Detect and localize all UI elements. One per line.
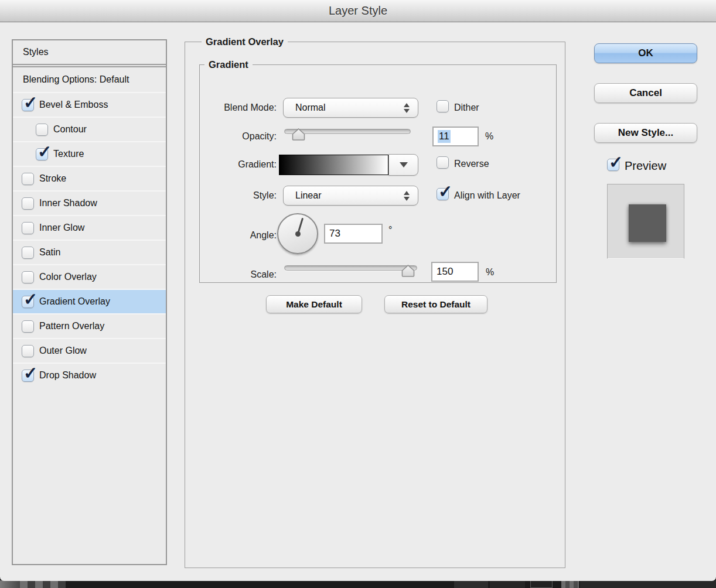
title-bar[interactable]: Layer Style [0,0,716,22]
sidebar-item-label: Drop Shadow [39,370,96,381]
app-strip-segment [530,580,553,588]
drop-shadow-checkbox[interactable] [22,370,34,382]
gradient-swatch[interactable] [279,155,388,175]
sidebar-item-inner-shadow[interactable]: Inner Shadow [13,190,166,215]
align-with-layer-label: Align with Layer [454,190,520,201]
blend-mode-label: Blend Mode: [200,102,277,113]
contour-checkbox[interactable] [36,124,48,136]
app-strip-segment [0,580,20,588]
opacity-slider[interactable] [284,127,411,141]
app-strip-checkerboard [20,580,66,588]
stroke-checkbox[interactable] [22,173,34,185]
angle-input[interactable]: 73 [324,224,383,244]
dither-label: Dither [454,102,479,113]
sidebar-item-label: Texture [53,149,84,159]
gradient-overlay-panel: Gradient Overlay Gradient Blend Mode: No… [185,36,565,568]
opacity-value: 11 [438,130,451,143]
style-value: Linear [295,190,404,201]
scale-unit: % [486,267,494,278]
scale-label: Scale: [200,269,277,280]
new-style-button[interactable]: New Style... [594,123,697,143]
inner-glow-checkbox[interactable] [22,222,34,234]
sidebar-list: Blending Options: DefaultBevel & EmbossC… [13,67,166,387]
stepper-icon [404,191,410,201]
preview-layer-square [629,204,666,242]
sidebar-item-label: Outer Glow [39,346,87,356]
opacity-slider-thumb[interactable] [292,128,305,141]
scale-input[interactable]: 150 [431,262,479,282]
app-strip-checkerboard [561,580,579,588]
group-legend: Gradient [204,59,253,70]
sidebar-item-label: Stroke [39,173,66,184]
angle-label: Angle: [200,230,277,241]
sidebar-item-label: Inner Glow [39,223,84,233]
scale-slider[interactable] [284,264,417,278]
scale-slider-track[interactable] [284,265,417,271]
gradient-picker-button[interactable] [388,154,418,176]
sidebar-item-color-overlay[interactable]: Color Overlay [13,264,166,289]
app-strip-segment [490,580,525,588]
blend-mode-value: Normal [295,102,404,113]
sidebar-item-label: Color Overlay [39,272,97,282]
app-strip-segment [454,580,488,588]
dialog-title: Layer Style [0,4,716,18]
dither-checkbox[interactable] [437,100,449,112]
sidebar-item-satin[interactable]: Satin [13,240,166,264]
sidebar-item-outer-glow[interactable]: Outer Glow [13,338,166,363]
sidebar-header-styles[interactable]: Styles [13,40,166,65]
preview-checkbox[interactable] [607,159,619,171]
pattern-overlay-checkbox[interactable] [22,320,34,333]
satin-checkbox[interactable] [22,247,34,259]
opacity-unit: % [485,131,493,142]
sidebar-item-label: Satin [39,247,60,258]
app-strip-segment [580,580,716,588]
layer-style-dialog: Layer Style Styles Blending Options: Def… [0,0,716,581]
angle-value: 73 [329,228,340,240]
stepper-icon [404,103,410,113]
style-dropdown[interactable]: Linear [283,186,418,206]
preview-label: Preview [625,159,666,173]
sidebar-item-label: Gradient Overlay [39,296,110,307]
sidebar-item-label: Inner Shadow [39,198,97,208]
ok-button[interactable]: OK [594,43,697,63]
sidebar-header-label: Styles [23,47,49,57]
gradient-overlay-checkbox[interactable] [22,296,34,308]
sidebar-item-label: Blending Options: Default [23,74,129,85]
background-app-strip [0,580,716,588]
cancel-button[interactable]: Cancel [594,83,697,103]
sidebar-item-blending-options-default[interactable]: Blending Options: Default [13,67,166,92]
opacity-input[interactable]: 11 [432,127,479,146]
sidebar-item-label: Contour [53,124,87,135]
sidebar-item-drop-shadow[interactable]: Drop Shadow [13,363,166,387]
gradient-label: Gradient: [200,159,277,170]
angle-dial-center [295,231,301,237]
scale-value: 150 [437,266,453,278]
blend-mode-dropdown[interactable]: Normal [283,98,418,118]
sidebar-item-pattern-overlay[interactable]: Pattern Overlay [13,313,166,338]
inner-shadow-checkbox[interactable] [22,197,34,210]
sidebar-item-stroke[interactable]: Stroke [13,166,166,190]
reset-to-default-button[interactable]: Reset to Default [384,295,487,313]
opacity-label: Opacity: [200,131,277,142]
angle-unit: ° [388,225,392,235]
sidebar-item-label: Pattern Overlay [39,321,104,331]
make-default-button[interactable]: Make Default [266,295,362,313]
angle-dial[interactable] [277,213,318,254]
sidebar-item-label: Bevel & Emboss [39,100,108,110]
sidebar-item-bevel-emboss[interactable]: Bevel & Emboss [13,92,166,117]
reverse-checkbox[interactable] [437,156,449,169]
dropdown-arrow-icon [400,162,408,167]
sidebar-item-gradient-overlay[interactable]: Gradient Overlay [13,289,166,313]
scale-slider-thumb[interactable] [401,265,415,277]
style-label: Style: [200,190,277,201]
align-with-layer-checkbox[interactable] [437,188,449,200]
styles-sidebar: Styles Blending Options: DefaultBevel & … [12,39,167,565]
outer-glow-checkbox[interactable] [22,345,34,357]
bevel-emboss-checkbox[interactable] [22,99,34,111]
sidebar-item-inner-glow[interactable]: Inner Glow [13,215,166,240]
reverse-label: Reverse [454,159,489,169]
sidebar-item-contour[interactable]: Contour [13,117,166,141]
color-overlay-checkbox[interactable] [22,271,34,283]
sidebar-item-texture[interactable]: Texture [13,141,166,166]
texture-checkbox[interactable] [36,148,48,160]
